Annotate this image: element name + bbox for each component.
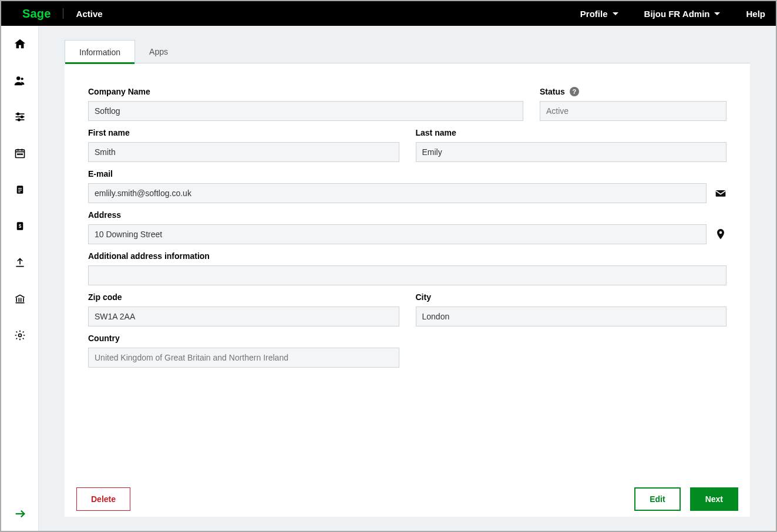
country-label: Country [88, 334, 726, 343]
help-label: Help [746, 9, 765, 19]
addl-address-input[interactable] [88, 265, 726, 285]
mail-icon[interactable] [715, 187, 726, 199]
next-button[interactable]: Next [690, 487, 738, 511]
svg-point-14 [21, 154, 22, 155]
svg-point-6 [21, 116, 22, 117]
content-area: Information Apps Company Name Status [39, 26, 776, 531]
city-input[interactable] [416, 307, 727, 326]
home-icon[interactable] [14, 38, 26, 50]
first-name-input[interactable] [88, 142, 399, 162]
billing-icon[interactable]: $ [14, 220, 26, 233]
user-menu-label: Bijou FR Admin [644, 9, 710, 19]
tab-information-label: Information [79, 48, 120, 57]
svg-point-26 [18, 334, 21, 337]
sliders-icon[interactable] [14, 110, 26, 123]
logo: Sage [22, 7, 51, 21]
document-icon[interactable] [14, 183, 26, 196]
svg-point-1 [21, 78, 23, 80]
svg-point-13 [19, 154, 21, 155]
svg-rect-18 [18, 191, 21, 192]
svg-point-7 [18, 119, 19, 120]
addl-address-label: Additional address information [88, 251, 726, 261]
information-panel: Company Name Status ? First name [65, 63, 750, 482]
last-name-input[interactable] [416, 142, 727, 162]
status-label: Status ? [540, 87, 726, 96]
svg-rect-17 [18, 190, 22, 190]
email-input[interactable] [88, 183, 707, 203]
tab-apps-label: Apps [149, 47, 168, 56]
users-icon[interactable] [14, 74, 26, 87]
status-label-text: Status [540, 87, 565, 96]
upload-icon[interactable] [14, 256, 26, 269]
svg-point-12 [17, 154, 18, 155]
status-help-icon[interactable]: ? [570, 87, 579, 96]
active-tenant-label: Active [76, 9, 103, 19]
status-input[interactable] [540, 101, 726, 121]
first-name-label: First name [88, 128, 399, 137]
svg-point-5 [17, 113, 19, 115]
tab-information[interactable]: Information [65, 40, 135, 63]
caret-down-icon [613, 12, 618, 15]
tab-apps[interactable]: Apps [135, 40, 182, 63]
profile-menu[interactable]: Profile [580, 9, 618, 19]
settings-gear-icon[interactable] [14, 329, 26, 342]
zip-label: Zip code [88, 292, 399, 302]
map-pin-icon[interactable] [715, 228, 726, 240]
address-label: Address [88, 210, 726, 220]
tabs: Information Apps [65, 40, 750, 63]
svg-point-0 [16, 76, 20, 80]
top-bar: Sage Active Profile Bijou FR Admin Help [1, 1, 776, 26]
delete-button[interactable]: Delete [76, 487, 130, 511]
address-input[interactable] [88, 224, 707, 244]
company-name-label: Company Name [88, 87, 523, 96]
profile-menu-label: Profile [580, 9, 608, 19]
logo-divider [63, 8, 63, 19]
caret-down-icon [714, 12, 720, 15]
sidebar: $ [1, 26, 39, 531]
edit-button[interactable]: Edit [634, 487, 680, 511]
footer-bar: Delete Edit Next [65, 482, 750, 517]
company-name-input[interactable] [88, 101, 523, 121]
calendar-icon[interactable] [14, 147, 26, 160]
zip-input[interactable] [88, 307, 399, 326]
svg-text:$: $ [18, 224, 21, 229]
user-menu[interactable]: Bijou FR Admin [644, 9, 721, 19]
bank-icon[interactable] [14, 292, 26, 305]
help-link[interactable]: Help [746, 9, 765, 19]
last-name-label: Last name [416, 128, 727, 137]
country-input[interactable] [88, 348, 399, 368]
expand-sidebar-arrow-icon[interactable] [14, 507, 26, 520]
email-label: E-mail [88, 169, 726, 179]
city-label: City [416, 292, 727, 302]
svg-rect-16 [18, 188, 22, 188]
